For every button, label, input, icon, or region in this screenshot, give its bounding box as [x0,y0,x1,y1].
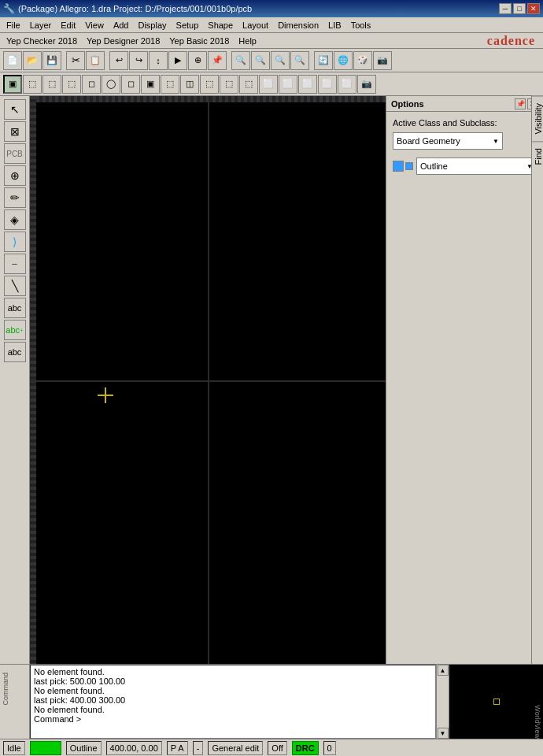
tb-refresh[interactable]: 🔄 [314,51,333,70]
command-labels: Command [0,665,30,739]
lt-b9[interactable]: abc [4,342,26,362]
lt-text2[interactable]: abc+ [4,320,26,340]
tb-zoom-fit[interactable]: 🔍 [271,51,290,70]
status-green-indicator [30,741,61,755]
status-coords: 400.00, 0.00 [106,741,162,755]
tb2-b13[interactable]: ⬜ [259,75,278,94]
minimap: WorldView [449,665,543,739]
subclass-row: Outline ▼ [393,156,537,176]
tb-open[interactable]: 📂 [23,51,42,70]
tb-zoom-in[interactable]: 🔍 [231,51,250,70]
lt-text[interactable]: abc [4,298,26,318]
tab-find[interactable]: Find [532,141,543,171]
cmd-line-5: No element found. [34,705,432,714]
tb2-b14[interactable]: ⬜ [279,75,297,94]
tb2-b2[interactable]: ⬚ [42,75,61,94]
menubar2: Yep Checker 2018 Yep Designer 2018 Yep B… [0,33,543,49]
tb-new[interactable]: 📄 [3,51,22,70]
toolbar1: 📄 📂 💾 ✂ 📋 ↩ ↪ ↕ ▶ ⊕ 📌 🔍 🔍 🔍 🔍 🔄 🌐 🎲 📷 [0,49,543,72]
tab-visibility[interactable]: Visibility [532,96,543,141]
tb2-b17[interactable]: ⬜ [338,75,356,94]
tb2-camera[interactable]: 📷 [357,75,376,94]
tb-pin[interactable]: 📌 [208,51,227,70]
minimize-button[interactable]: ─ [499,3,512,14]
menu-yep-basic[interactable]: Yep Basic 2018 [164,35,234,47]
tb2-b8[interactable]: ⬚ [161,75,179,94]
subclass-value: Outline [420,161,448,171]
tb-copy[interactable]: 📋 [86,51,105,70]
menu-layer[interactable]: Layer [25,19,57,32]
active-class-label: Active Class and Subclass: [393,118,537,128]
tb2-b1[interactable]: ⬚ [23,75,42,94]
status-sep: - [193,741,204,755]
tb2-b7[interactable]: ▣ [141,75,160,94]
menu-view[interactable]: View [80,19,109,32]
menu-display[interactable]: Display [133,19,171,32]
tb2-b9[interactable]: ◫ [180,75,199,94]
statusbar: Idle Outline 400.00, 0.00 P A - General … [0,739,543,756]
tb-zoom-window[interactable]: 🔍 [290,51,309,70]
tb2-b15[interactable]: ⬜ [298,75,317,94]
lt-select[interactable]: ↖ [4,99,26,120]
menubar: File Layer Edit View Add Display Setup S… [0,17,543,33]
canvas-area[interactable] [30,96,386,664]
class-dropdown-arrow: ▼ [493,138,499,145]
options-pin[interactable]: 📌 [515,98,526,109]
tb2-b6[interactable]: ◻ [121,75,140,94]
menu-add[interactable]: Add [109,19,134,32]
menu-help[interactable]: Help [234,35,261,47]
lt-b6[interactable]: ⟩ [4,232,26,252]
tb-undo[interactable]: ↩ [109,51,128,70]
tb2-b10[interactable]: ⬚ [200,75,219,94]
tb-global[interactable]: 🌐 [334,51,353,70]
tb2-b5[interactable]: ◯ [102,75,120,94]
tb2-b16[interactable]: ⬜ [318,75,337,94]
tb-zoom-out[interactable]: 🔍 [251,51,270,70]
lt-b8[interactable]: ╲ [4,276,26,296]
lt-b2[interactable]: PCB [4,143,26,164]
tb-circle[interactable]: ⊕ [188,51,207,70]
menu-tools[interactable]: Tools [346,19,376,32]
cmd-line-2: last pick: 500.00 100.00 [34,676,432,686]
subclass-dropdown[interactable]: Outline ▼ [416,158,537,175]
lt-b7[interactable]: ─ [4,254,26,274]
scroll-up[interactable]: ▲ [438,665,449,676]
lt-b4[interactable]: ✏ [4,187,26,208]
menu-setup[interactable]: Setup [172,19,204,32]
title-icon: 🔧 [3,3,15,14]
menu-layout[interactable]: Layout [238,19,273,32]
subclass-color-inner [405,162,413,170]
lt-b3[interactable]: ⊕ [4,165,26,186]
close-button[interactable]: ✕ [527,3,540,14]
tb2-b12[interactable]: ⬚ [239,75,258,94]
tb-run[interactable]: ▶ [168,51,187,70]
menu-dimension[interactable]: Dimension [273,19,323,32]
tb-unset[interactable]: ↕ [149,51,168,70]
tb-3d[interactable]: 🎲 [353,51,372,70]
tb-screenshot[interactable]: 📷 [373,51,392,70]
lt-b1[interactable]: ⊠ [4,121,26,142]
menu-yep-designer[interactable]: Yep Designer 2018 [82,35,164,47]
class-dropdown[interactable]: Board Geometry ▼ [393,132,503,150]
tb2-select[interactable]: ▣ [3,75,22,94]
menu-edit[interactable]: Edit [56,19,80,32]
scroll-track[interactable] [438,676,449,728]
tb-redo[interactable]: ↪ [129,51,148,70]
tb2-b4[interactable]: ◻ [82,75,101,94]
maximize-button[interactable]: □ [513,3,526,14]
menu-lib[interactable]: LIB [323,19,346,32]
scroll-down[interactable]: ▼ [438,728,449,739]
tb2-b11[interactable]: ⬚ [220,75,238,94]
right-tabs: Visibility Find [531,96,543,664]
window-controls: ─ □ ✕ [499,3,540,14]
menu-file[interactable]: File [2,19,25,32]
status-pa: P A [167,741,188,755]
command-output[interactable]: No element found. last pick: 500.00 100.… [30,665,436,739]
cmd-prompt: Command > [34,714,432,724]
tb-save[interactable]: 💾 [42,51,61,70]
menu-shape[interactable]: Shape [203,19,238,32]
lt-b5[interactable]: ◈ [4,209,26,230]
menu-yep-checker[interactable]: Yep Checker 2018 [2,35,82,47]
tb-cut[interactable]: ✂ [66,51,85,70]
tb2-b3[interactable]: ⬚ [62,75,81,94]
